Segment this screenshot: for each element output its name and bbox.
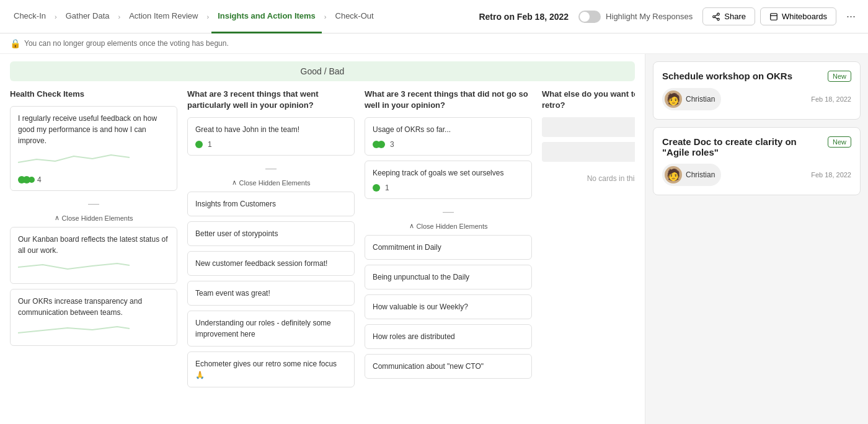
nav-step-action-review[interactable]: Action Item Review — [123, 0, 204, 33]
close-hidden-bad[interactable]: ∧ Close Hidden Elements — [365, 219, 532, 235]
user-chip-2: 🧑 Christian — [662, 164, 721, 186]
close-hidden-health[interactable]: ∧ Close Hidden Elements — [10, 211, 177, 227]
column-went-bad: What are 3 recent things that did not go… — [365, 89, 532, 424]
nav-step-checkin[interactable]: Check-In — [7, 0, 52, 33]
user-chip-1: 🧑 Christian — [662, 88, 721, 110]
no-cards-label: No cards in this column — [542, 167, 635, 190]
column-else: What else do you want to discuss in our … — [542, 89, 635, 424]
share-icon — [712, 12, 720, 21]
svg-line-3 — [715, 17, 717, 18]
chevron-icon: › — [204, 13, 211, 20]
action-date-2: Feb 18, 2022 — [811, 171, 851, 179]
column-header-bad: What are 3 recent things that did not go… — [365, 89, 532, 111]
card-bad-unpunctual: Being unpunctual to the Daily — [365, 265, 532, 289]
close-hidden-well[interactable]: ∧ Close Hidden Elements — [187, 176, 355, 192]
nav-step-checkout[interactable]: Check-Out — [329, 0, 380, 33]
good-bad-banner: Good / Bad — [10, 61, 635, 81]
chevron-icon: › — [52, 13, 60, 20]
card-bad-1: Usage of OKRs so far... 3 — [365, 117, 532, 156]
column-went-well: What are 3 recent things that went parti… — [187, 89, 355, 424]
top-nav: Check-In › Gather Data › Action Item Rev… — [0, 0, 868, 33]
card-well-event: Team event was great! — [187, 281, 355, 306]
card-bad-cto: Communication about "new CTO" — [365, 354, 532, 379]
more-button[interactable]: ··· — [841, 7, 861, 25]
columns-row: Health Check Items I regularly receive u… — [10, 89, 635, 424]
card-well-roles: Understanding our roles - definitely som… — [187, 311, 355, 347]
svg-point-0 — [717, 13, 720, 15]
card-bad-commitment: Commitment in Daily — [365, 235, 532, 260]
svg-point-1 — [713, 15, 715, 18]
action-title-2: Create Doc to create clarity on "Agile r… — [662, 136, 823, 157]
svg-point-2 — [717, 18, 720, 20]
column-header-else: What else do you want to discuss in our … — [542, 89, 635, 111]
warning-icon: 🔒 — [10, 38, 20, 48]
chevron-icon: › — [116, 13, 123, 20]
col4-input-1 — [542, 117, 635, 137]
nav-step-gather[interactable]: Gather Data — [60, 0, 116, 33]
avatar-1: 🧑 — [665, 91, 682, 108]
svg-rect-5 — [771, 13, 777, 20]
card-bad-weekly: How valuable is our Weekly? — [365, 294, 532, 319]
user-name-2: Christian — [686, 170, 715, 179]
sparkline-health-3 — [18, 322, 130, 337]
highlight-label: Highlight My Responses — [606, 12, 693, 21]
sparkline-health-2 — [18, 260, 130, 275]
column-health: Health Check Items I regularly receive u… — [10, 89, 177, 424]
share-button[interactable]: Share — [702, 7, 755, 25]
card-health-2: Our Kanban board reflects the latest sta… — [10, 227, 177, 284]
right-sidebar: Schedule workshop on OKRs New 🧑 Christia… — [645, 54, 868, 424]
badge-new-2: New — [828, 136, 851, 148]
card-well-feedback: New customer feedback session format! — [187, 251, 355, 276]
columns-area: Good / Bad Health Check Items I regularl… — [0, 54, 645, 424]
whiteboard-button[interactable]: Whiteboards — [760, 7, 836, 25]
card-bad-roles-dist: How roles are distributed — [365, 324, 532, 349]
col4-input-2 — [542, 142, 635, 162]
card-well-echometer: Echometer gives our retro some nice focu… — [187, 351, 355, 387]
action-card-2: Create Doc to create clarity on "Agile r… — [653, 127, 861, 195]
card-health-3: Our OKRs increase transparency and commu… — [10, 289, 177, 346]
warning-bar: 🔒 You can no longer group elements once … — [0, 33, 868, 54]
action-title-1: Schedule workshop on OKRs — [662, 71, 823, 81]
action-date-1: Feb 18, 2022 — [811, 95, 851, 103]
action-card-1: Schedule workshop on OKRs New 🧑 Christia… — [653, 61, 861, 120]
column-header-well: What are 3 recent things that went parti… — [187, 89, 355, 111]
retro-label: Retro on Feb 18, 2022 — [479, 12, 569, 22]
whiteboard-icon — [769, 12, 778, 21]
nav-step-insights[interactable]: Insights and Action Items — [211, 0, 322, 33]
highlight-toggle[interactable] — [578, 11, 601, 23]
card-well-insights: Insights from Customers — [187, 192, 355, 216]
chevron-icon: › — [322, 13, 329, 20]
card-well-1: Great to have John in the team! 1 — [187, 117, 355, 156]
user-name-1: Christian — [686, 95, 715, 104]
highlight-toggle-row: Highlight My Responses — [578, 11, 693, 23]
card-well-storypoints: Better user of storypoints — [187, 221, 355, 246]
vote-row: 4 — [18, 175, 169, 184]
sparkline-health-1 — [18, 150, 130, 169]
card-bad-2: Keeping track of goals we set ourselves … — [365, 161, 532, 199]
card-health-1: I regularly receive useful feedback on h… — [10, 106, 177, 191]
svg-line-4 — [715, 14, 717, 15]
main-content: Good / Bad Health Check Items I regularl… — [0, 54, 868, 424]
avatar-2: 🧑 — [665, 166, 682, 183]
badge-new-1: New — [828, 71, 851, 82]
column-header-health: Health Check Items — [10, 89, 177, 100]
